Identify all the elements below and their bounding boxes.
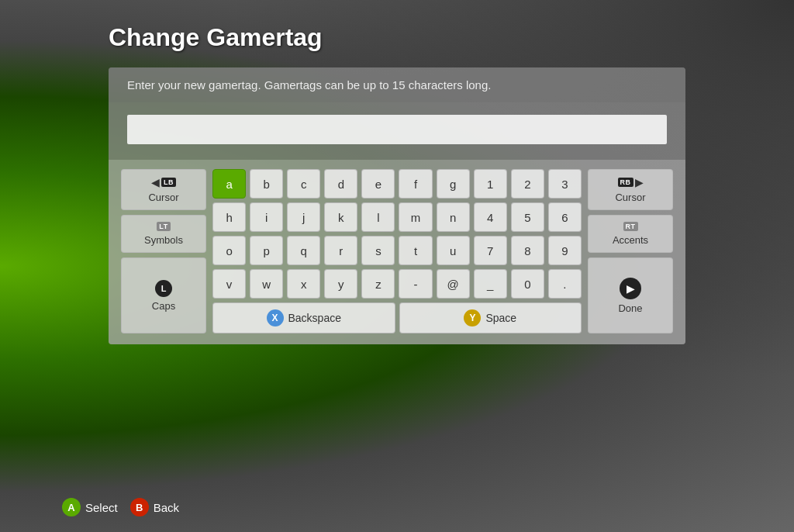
key-j[interactable]: j — [287, 202, 320, 232]
key-row-3: o p q r s t u 7 8 9 — [212, 236, 582, 265]
cursor-left-icon: ◀ LB — [151, 176, 176, 188]
key-h[interactable]: h — [212, 202, 246, 232]
caps-button[interactable]: L Caps — [121, 257, 206, 333]
key-t[interactable]: t — [399, 236, 432, 265]
page-title: Change Gamertag — [0, 0, 794, 67]
key-9[interactable]: 9 — [548, 236, 582, 265]
key-g[interactable]: g — [437, 169, 470, 199]
key-o[interactable]: o — [212, 236, 246, 265]
key-y[interactable]: y — [324, 269, 357, 299]
instruction-bar: Enter your new gamertag. Gamertags can b… — [109, 67, 685, 102]
bottom-bar: A Select B Back — [62, 498, 179, 516]
key-1[interactable]: 1 — [474, 169, 507, 199]
key-row-4: v w x y z - @ _ 0 . — [212, 269, 582, 299]
left-controls: ◀ LB Cursor LT Symbols L Caps — [121, 169, 206, 333]
key-6[interactable]: 6 — [548, 202, 582, 232]
lt-badge: LT — [157, 222, 170, 231]
key-8[interactable]: 8 — [511, 236, 544, 265]
cursor-right-icon: RB ▶ — [618, 176, 644, 188]
key-w[interactable]: w — [250, 269, 283, 299]
rt-badge: RT — [623, 222, 638, 231]
input-area — [109, 102, 685, 160]
key-z[interactable]: z — [361, 269, 395, 299]
key-l[interactable]: l — [361, 202, 395, 232]
key-grid: a b c d e f g 1 2 3 h i j k l m n 4 — [212, 169, 582, 333]
key-4[interactable]: 4 — [474, 202, 507, 232]
key-f[interactable]: f — [399, 169, 432, 199]
b-label: B — [136, 502, 143, 513]
right-controls: RB ▶ Cursor RT Accents ▶ Done — [588, 169, 673, 333]
key-b[interactable]: b — [250, 169, 283, 199]
space-label: Space — [485, 312, 516, 324]
key-n[interactable]: n — [437, 202, 470, 232]
key-k[interactable]: k — [324, 202, 357, 232]
rb-badge: RB — [618, 178, 633, 187]
b-badge: B — [130, 498, 149, 516]
key-q[interactable]: q — [287, 236, 320, 265]
caps-label: Caps — [152, 300, 175, 312]
backspace-button[interactable]: X Backspace — [212, 302, 395, 333]
key-i[interactable]: i — [250, 202, 283, 232]
x-badge-icon: X — [267, 309, 284, 326]
back-label: Back — [154, 501, 179, 514]
y-badge-icon: Y — [464, 309, 481, 326]
key-u[interactable]: u — [437, 236, 470, 265]
cursor-left-button[interactable]: ◀ LB Cursor — [121, 169, 206, 210]
key-x[interactable]: x — [287, 269, 320, 299]
done-button[interactable]: ▶ Done — [588, 257, 673, 333]
key-p[interactable]: p — [250, 236, 283, 265]
keyboard-area: ◀ LB Cursor LT Symbols L Caps a b c d — [109, 160, 685, 344]
key-c[interactable]: c — [287, 169, 320, 199]
key-e[interactable]: e — [361, 169, 395, 199]
space-button[interactable]: Y Space — [399, 302, 582, 333]
key-s[interactable]: s — [361, 236, 395, 265]
key-d[interactable]: d — [324, 169, 357, 199]
key-row-1: a b c d e f g 1 2 3 — [212, 169, 582, 199]
cursor-right-button[interactable]: RB ▶ Cursor — [588, 169, 673, 210]
a-badge: A — [62, 498, 81, 516]
key-v[interactable]: v — [212, 269, 246, 299]
key-a[interactable]: a — [212, 169, 246, 199]
select-label: Select — [85, 501, 118, 514]
back-action: B Back — [130, 498, 179, 516]
symbols-button[interactable]: LT Symbols — [121, 215, 206, 253]
symbols-label: Symbols — [144, 234, 183, 246]
cursor-left-label: Cursor — [148, 192, 178, 203]
a-label: A — [67, 502, 74, 513]
l-stick-icon: L — [155, 280, 172, 297]
select-action: A Select — [62, 498, 118, 516]
done-label: Done — [618, 302, 642, 314]
key-dash[interactable]: - — [399, 269, 432, 299]
key-5[interactable]: 5 — [511, 202, 544, 232]
key-r[interactable]: r — [324, 236, 357, 265]
accents-button[interactable]: RT Accents — [588, 215, 673, 253]
main-panel: Enter your new gamertag. Gamertags can b… — [109, 67, 685, 344]
lb-badge: LB — [161, 178, 176, 187]
backspace-label: Backspace — [288, 312, 341, 324]
key-3[interactable]: 3 — [548, 169, 582, 199]
key-underscore[interactable]: _ — [474, 269, 507, 299]
gamertag-input[interactable] — [127, 115, 667, 144]
done-icon: ▶ — [620, 278, 641, 299]
key-m[interactable]: m — [399, 202, 432, 232]
key-7[interactable]: 7 — [474, 236, 507, 265]
key-period[interactable]: . — [548, 269, 582, 299]
accents-label: Accents — [613, 234, 648, 246]
bottom-action-row: X Backspace Y Space — [212, 302, 582, 333]
cursor-right-label: Cursor — [615, 192, 645, 203]
key-at[interactable]: @ — [437, 269, 470, 299]
instruction-text: Enter your new gamertag. Gamertags can b… — [127, 78, 491, 92]
key-row-2: h i j k l m n 4 5 6 — [212, 202, 582, 232]
key-0[interactable]: 0 — [511, 269, 544, 299]
key-2[interactable]: 2 — [511, 169, 544, 199]
